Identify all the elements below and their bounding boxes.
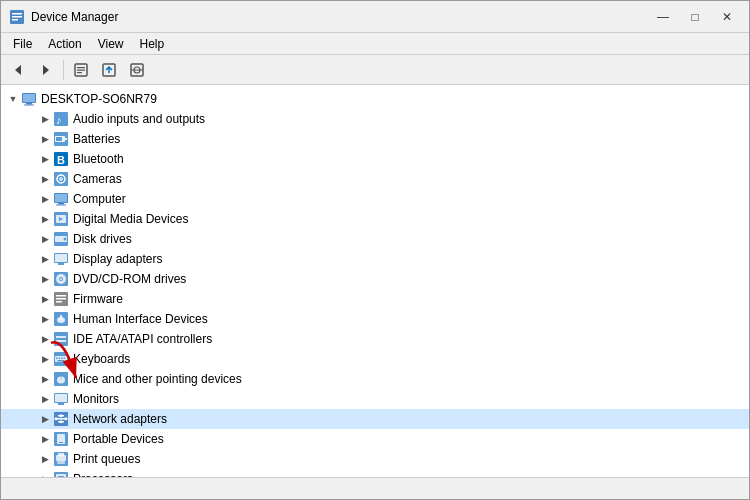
computer-label: Computer [73,192,126,206]
svg-rect-33 [58,203,64,205]
svg-rect-1 [12,13,22,15]
tree-item-network[interactable]: ▶ Network adapters [1,409,749,429]
print-icon [53,451,69,467]
forward-button[interactable] [33,58,59,82]
tree-item-keyboards[interactable]: ▶ Keyboards [1,349,749,369]
print-label: Print queues [73,452,140,466]
mice-icon [53,371,69,387]
batteries-icon [53,131,69,147]
svg-rect-60 [56,358,58,360]
root-computer-item[interactable]: ▼ DESKTOP-SO6NR79 [1,89,749,109]
bluetooth-icon: B [53,151,69,167]
portable-icon [53,431,69,447]
expand-icon-audio: ▶ [37,111,53,127]
expand-icon-batteries: ▶ [37,131,53,147]
svg-point-30 [59,177,63,181]
expand-icon-print: ▶ [37,451,53,467]
svg-point-78 [65,417,68,420]
minimize-button[interactable]: — [649,6,677,28]
hid-icon [53,311,69,327]
tree-item-audio[interactable]: ▶ ♪ Audio inputs and outputs [1,109,749,129]
menu-view[interactable]: View [90,35,132,53]
dvd-label: DVD/CD-ROM drives [73,272,186,286]
tree-item-processors[interactable]: ▶ Processors [1,469,749,477]
content-wrapper: ▼ DESKTOP-SO6NR79 ▶ ♪ [1,85,749,477]
expand-icon-ide: ▶ [37,331,53,347]
expand-icon-firmware: ▶ [37,291,53,307]
maximize-button[interactable]: □ [681,6,709,28]
svg-text:B: B [57,154,65,166]
scan-button[interactable] [124,58,150,82]
display-icon [53,251,69,267]
svg-marker-5 [43,65,49,75]
expand-icon-root: ▼ [5,91,21,107]
app-icon [9,9,25,25]
disk-drives-label: Disk drives [73,232,132,246]
batteries-label: Batteries [73,132,120,146]
tree-item-print[interactable]: ▶ Print queues [1,449,749,469]
tree-item-display[interactable]: ▶ Display adapters [1,249,749,269]
menu-action[interactable]: Action [40,35,89,53]
tree-item-ide[interactable]: ▶ IDE ATA/ATAPI controllers [1,329,749,349]
expand-icon-dvd: ▶ [37,271,53,287]
svg-point-40 [64,238,67,241]
keyboards-label: Keyboards [73,352,130,366]
monitors-icon [53,391,69,407]
svg-rect-82 [59,442,63,443]
window-controls: — □ ✕ [649,6,741,28]
processors-icon [53,471,69,477]
tree-item-bluetooth[interactable]: ▶ B Bluetooth [1,149,749,169]
menu-file[interactable]: File [5,35,40,53]
audio-label: Audio inputs and outputs [73,112,205,126]
svg-rect-42 [55,254,67,262]
tree-item-mice[interactable]: ▶ Mice and other pointing devices [1,369,749,389]
tree-item-disk-drives[interactable]: ▶ Disk drives [1,229,749,249]
hid-label: Human Interface Devices [73,312,208,326]
cameras-icon [53,171,69,187]
svg-rect-63 [64,358,66,360]
svg-rect-71 [58,403,64,405]
svg-text:♪: ♪ [56,114,62,126]
ide-label: IDE ATA/ATAPI controllers [73,332,212,346]
keyboards-icon [53,351,69,367]
tree-item-dvd[interactable]: ▶ DVD/CD-ROM drives [1,269,749,289]
tree-item-cameras[interactable]: ▶ Cameras [1,169,749,189]
expand-icon-hid: ▶ [37,311,53,327]
tree-item-monitors[interactable]: ▶ Monitors [1,389,749,409]
svg-point-47 [60,278,62,280]
expand-icon-computer: ▶ [37,191,53,207]
mice-label: Mice and other pointing devices [73,372,242,386]
tree-item-batteries[interactable]: ▶ Batteries [1,129,749,149]
svg-rect-55 [54,332,68,346]
svg-rect-89 [58,476,64,477]
expand-icon-mice: ▶ [37,371,53,387]
properties-button[interactable] [68,58,94,82]
close-button[interactable]: ✕ [713,6,741,28]
menu-help[interactable]: Help [132,35,173,53]
toolbar-separator-1 [63,60,64,80]
processors-label: Processors [73,472,133,477]
computer-icon [21,91,37,107]
svg-rect-7 [77,67,85,68]
expand-icon-network: ▶ [37,411,53,427]
svg-rect-85 [57,461,65,464]
tree-item-digital-media[interactable]: ▶ Digital Media Devices [1,209,749,229]
svg-rect-9 [77,72,82,73]
svg-rect-64 [58,360,65,362]
tree-item-portable[interactable]: ▶ Portable Devices [1,429,749,449]
tree-item-hid[interactable]: ▶ Human Interface Devices [1,309,749,329]
status-bar [1,477,749,499]
expand-icon-portable: ▶ [37,431,53,447]
firmware-label: Firmware [73,292,123,306]
svg-rect-51 [56,301,62,303]
back-button[interactable] [5,58,31,82]
update-driver-button[interactable] [96,58,122,82]
tree-item-firmware[interactable]: ▶ Firmware [1,289,749,309]
svg-rect-50 [56,298,66,300]
svg-rect-24 [65,138,67,140]
expand-icon-keyboards: ▶ [37,351,53,367]
tree-item-computer[interactable]: ▶ Computer [1,189,749,209]
device-tree[interactable]: ▼ DESKTOP-SO6NR79 ▶ ♪ [1,85,749,477]
svg-rect-19 [24,105,34,106]
svg-rect-34 [56,205,66,206]
